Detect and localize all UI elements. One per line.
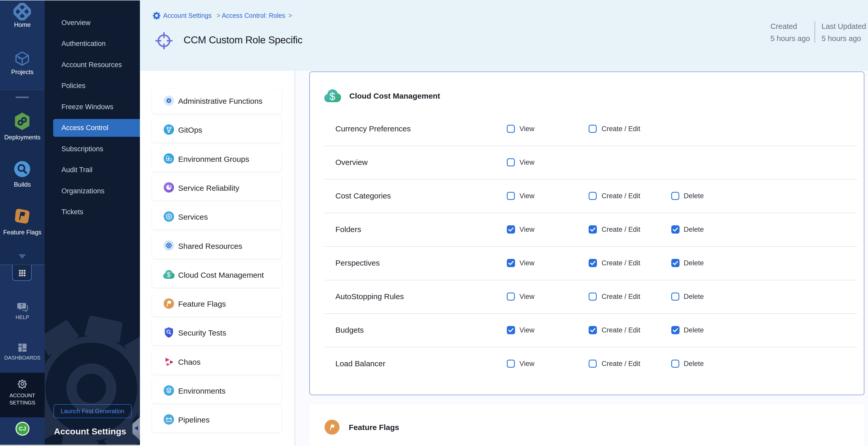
svg-text:?: ? xyxy=(21,304,23,308)
svg-text:$: $ xyxy=(330,91,335,102)
svg-text:$: $ xyxy=(167,271,170,278)
